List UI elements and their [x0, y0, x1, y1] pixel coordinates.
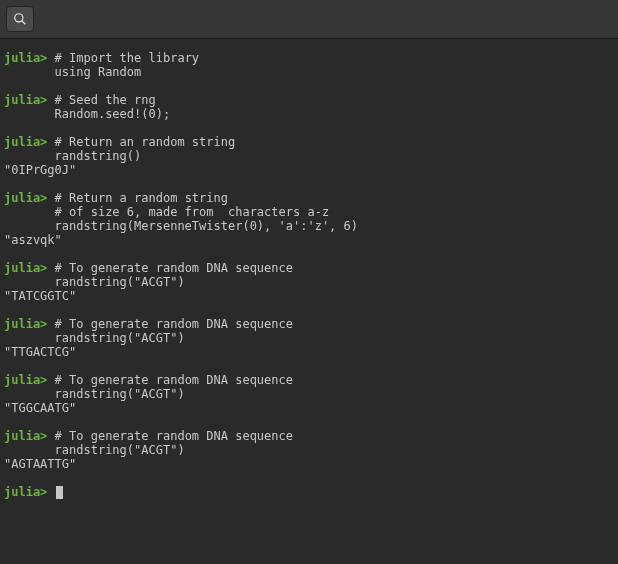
prompt-line: julia> # Seed the rng [4, 93, 614, 107]
prompt-line: julia> # To generate random DNA sequence [4, 261, 614, 275]
blank-line [4, 303, 614, 317]
search-button[interactable] [6, 6, 34, 32]
terminal-output[interactable]: julia> # Import the library using Random… [0, 39, 618, 503]
prompt: julia> [4, 51, 47, 65]
code-text: randstring("ACGT") [4, 331, 185, 345]
cursor [56, 486, 63, 499]
code-line: randstring("ACGT") [4, 275, 614, 289]
output-text: "TGGCAATG" [4, 401, 76, 415]
blank-line [4, 177, 614, 191]
output-line: "TGGCAATG" [4, 401, 614, 415]
code-line: Random.seed!(0); [4, 107, 614, 121]
code-text: randstring("ACGT") [4, 443, 185, 457]
output-line: "aszvqk" [4, 233, 614, 247]
blank-line [4, 79, 614, 93]
prompt: julia> [4, 135, 47, 149]
blank-line [4, 247, 614, 261]
output-line: "TTGACTCG" [4, 345, 614, 359]
prompt-line: julia> # To generate random DNA sequence [4, 317, 614, 331]
prompt-line-active[interactable]: julia> [4, 485, 614, 499]
toolbar [0, 0, 618, 39]
blank-line [4, 359, 614, 373]
blank-line [4, 471, 614, 485]
prompt: julia> [4, 191, 47, 205]
comment-text: # Return an random string [47, 135, 235, 149]
blank-line [4, 415, 614, 429]
output-line: "AGTAATTG" [4, 457, 614, 471]
comment-text: # To generate random DNA sequence [47, 429, 293, 443]
prompt: julia> [4, 261, 47, 275]
prompt-line: julia> # Return a random string [4, 191, 614, 205]
prompt: julia> [4, 485, 47, 499]
code-text: Random.seed!(0); [4, 107, 170, 121]
comment-text: # Import the library [47, 51, 199, 65]
comment-text: # Seed the rng [47, 93, 155, 107]
prompt-line: julia> # To generate random DNA sequence [4, 429, 614, 443]
blank-line [4, 121, 614, 135]
output-text: "aszvqk" [4, 233, 62, 247]
search-icon [13, 12, 27, 26]
code-text: # of size 6, made from characters a-z [4, 205, 329, 219]
code-line: randstring("ACGT") [4, 331, 614, 345]
prompt: julia> [4, 373, 47, 387]
code-text: randstring("ACGT") [4, 387, 185, 401]
code-line: randstring() [4, 149, 614, 163]
output-text: "TATCGGTC" [4, 289, 76, 303]
prompt: julia> [4, 317, 47, 331]
code-line: randstring("ACGT") [4, 443, 614, 457]
code-text: randstring() [4, 149, 141, 163]
code-text: using Random [4, 65, 141, 79]
prompt-line: julia> # Import the library [4, 51, 614, 65]
comment-text: # To generate random DNA sequence [47, 261, 293, 275]
prompt-line: julia> # To generate random DNA sequence [4, 373, 614, 387]
comment-text: # To generate random DNA sequence [47, 317, 293, 331]
code-line: randstring(MersenneTwister(0), 'a':'z', … [4, 219, 614, 233]
output-text: "AGTAATTG" [4, 457, 76, 471]
output-line: "0IPrGg0J" [4, 163, 614, 177]
svg-line-1 [22, 21, 26, 25]
comment-text: # Return a random string [47, 191, 228, 205]
prompt: julia> [4, 429, 47, 443]
output-text: "0IPrGg0J" [4, 163, 76, 177]
code-line: randstring("ACGT") [4, 387, 614, 401]
output-text: "TTGACTCG" [4, 345, 76, 359]
code-line: using Random [4, 65, 614, 79]
prompt-line: julia> # Return an random string [4, 135, 614, 149]
code-line: # of size 6, made from characters a-z [4, 205, 614, 219]
comment-text: # To generate random DNA sequence [47, 373, 293, 387]
output-line: "TATCGGTC" [4, 289, 614, 303]
code-text: randstring("ACGT") [4, 275, 185, 289]
prompt: julia> [4, 93, 47, 107]
svg-point-0 [15, 14, 23, 22]
code-text: randstring(MersenneTwister(0), 'a':'z', … [4, 219, 358, 233]
